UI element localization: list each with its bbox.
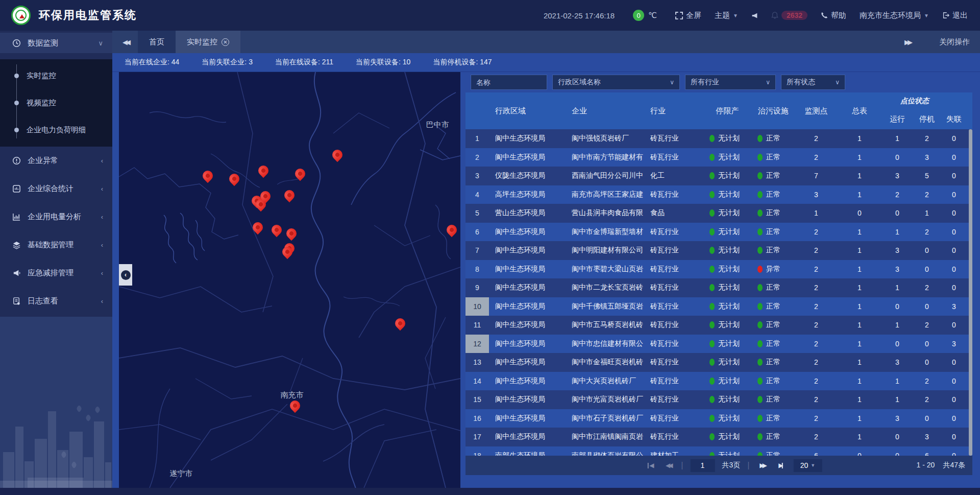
sidebar-item-5[interactable]: 应急减排管理‹ — [0, 259, 112, 287]
chevron-icon: ‹ — [101, 185, 103, 193]
range-label: 1 - 20 — [917, 461, 935, 470]
column-subheader: 运行 — [882, 114, 913, 129]
status-dot — [757, 452, 763, 456]
city-label: 巴中市 — [426, 120, 449, 129]
theme-dropdown[interactable]: 主题▼ — [715, 11, 738, 20]
org-dropdown[interactable]: 南充市生态环境局▼ — [860, 11, 929, 20]
sidebar-item-1[interactable]: 企业异常‹ — [0, 147, 112, 175]
table-row[interactable]: 4高坪生态环境局南充市高坪区王家店建砖瓦行业无计划正常31220 — [465, 185, 972, 204]
table-row[interactable]: 6阆中生态环境局阆中市金博瑞新型墙材砖瓦行业无计划正常21120 — [465, 223, 972, 242]
temperature-unit: ℃ — [648, 11, 657, 20]
map-collapse-button[interactable]: ‹ — [119, 264, 132, 286]
sidebar-item-3[interactable]: 企业用电量分析‹ — [0, 203, 112, 231]
status-item-4: 当前停机设备: 147 — [433, 58, 492, 67]
tab-close-icon[interactable]: ✕ — [222, 38, 229, 46]
table-row[interactable]: 3仪陇生态环境局西南油气田分公司川中化工无计划正常71350 — [465, 167, 972, 185]
phone-icon — [821, 12, 828, 19]
tab-home[interactable]: 首页 — [138, 31, 176, 53]
column-header: 停限产 — [703, 106, 751, 116]
filter-bar: 行政区域名称∨ 所有行业∨ 所有状态∨ — [465, 72, 972, 92]
table-row[interactable]: 7阆中生态环境局阆中明阳建材有限公司砖瓦行业无计划正常21300 — [465, 241, 972, 260]
table-row[interactable]: 14阆中生态环境局阆中大兴页岩机砖厂砖瓦行业无计划正常21120 — [465, 372, 972, 391]
table-row[interactable]: 9阆中生态环境局阆中市二龙长宝页岩砖砖瓦行业无计划正常21120 — [465, 278, 972, 297]
page-size-select[interactable]: 20▼ — [793, 459, 822, 472]
logout-button[interactable]: 退出 — [942, 11, 968, 20]
table-row[interactable]: 8阆中生态环境局阆中市枣碧大梁山页岩砖瓦行业无计划异常21300 — [465, 260, 972, 279]
chevron-icon: ‹ — [101, 269, 103, 277]
sidebar-subitem-1[interactable]: 视频监控 — [0, 89, 112, 116]
status-dot — [709, 172, 715, 179]
status-dot — [757, 321, 763, 328]
page-number-input[interactable] — [690, 459, 715, 472]
first-page-button[interactable]: ◀ — [644, 462, 655, 469]
notifications-button[interactable]: 2632 — [771, 11, 807, 20]
sound-button[interactable] — [751, 12, 758, 19]
status-dot — [757, 378, 763, 385]
bell-icon — [771, 12, 778, 19]
status-dot — [757, 303, 763, 310]
notification-count-badge: 2632 — [781, 11, 807, 20]
table-row[interactable]: 1阆中生态环境局阆中强锐页岩砖厂砖瓦行业无计划正常21120 — [465, 129, 972, 148]
sidebar-item-4[interactable]: 基础数据管理‹ — [0, 231, 112, 259]
table-header: 行政区域企业行业停限产治污设施监测点总表运行停机失联点位状态 — [465, 92, 972, 129]
tab-bar: ◀◀ 首页 实时监控 ✕ ▶▶ 关闭操作 — [112, 31, 980, 53]
sidebar-decoration — [0, 317, 112, 488]
total-count-label: 共47条 — [943, 461, 965, 470]
tabs-scroll-right-button[interactable]: ▶▶ — [904, 38, 918, 46]
next-page-button[interactable]: ▶▶ — [756, 462, 768, 469]
table-row[interactable]: 18南部生态环境局南部县砌体页岩有限公建材加工无计划正常60060 — [465, 446, 972, 456]
sidebar-subitem-0[interactable]: 实时监控 — [0, 62, 112, 89]
app-logo-icon — [11, 6, 31, 25]
app-header: 环保用电监管系统 2021-02-25 17:46:18 0 ℃ 全屏 主题▼ … — [0, 0, 980, 31]
map-roads — [119, 72, 460, 488]
status-dot — [709, 154, 715, 161]
sidebar-subitem-2[interactable]: 企业电力负荷明细 — [0, 116, 112, 144]
status-dot — [709, 266, 715, 273]
tabs-scroll-left-button[interactable]: ◀◀ — [122, 38, 136, 46]
speaker-icon — [751, 12, 758, 19]
total-pages-label: 共3页 — [722, 461, 740, 470]
name-filter-input[interactable] — [476, 78, 542, 86]
sidebar-item-6[interactable]: 日志查看‹ — [0, 287, 112, 315]
tab-realtime-monitor[interactable]: 实时监控 ✕ — [176, 31, 240, 53]
region-filter-select[interactable]: 行政区域名称∨ — [552, 75, 680, 90]
table-row[interactable]: 11阆中生态环境局阆中市五马桥页岩机砖砖瓦行业无计划正常21120 — [465, 316, 972, 335]
sidebar-item-0[interactable]: 数据监测∨ — [0, 33, 112, 53]
status-dot — [709, 359, 715, 366]
table-row[interactable]: 5营山生态环境局营山县润丰肉食品有限食品无计划正常10010 — [465, 204, 972, 223]
last-page-button[interactable]: ▶ — [775, 462, 786, 469]
column-header: 行政区域 — [489, 106, 566, 116]
table-row[interactable]: 15阆中生态环境局阆中市光富页岩机砖厂砖瓦行业无计划正常21120 — [465, 390, 972, 409]
app-title: 环保用电监管系统 — [39, 8, 137, 23]
status-dot — [709, 433, 715, 440]
chevron-down-icon: ∨ — [670, 79, 674, 86]
map[interactable]: ‹ 巴中市南充市遂宁市 — [119, 72, 460, 488]
fullscreen-button[interactable]: 全屏 — [675, 11, 701, 20]
table-row[interactable]: 12阆中生态环境局阆中市忠信建材有限公砖瓦行业无计划正常21003 — [465, 335, 972, 353]
table-row[interactable]: 16阆中生态环境局阆中市石子页岩机砖厂砖瓦行业无计划正常21300 — [465, 409, 972, 428]
industry-filter-select[interactable]: 所有行业∨ — [685, 75, 776, 90]
name-filter-field[interactable] — [471, 75, 547, 90]
bottom-strip — [0, 488, 980, 495]
chevron-icon: ‹ — [101, 157, 103, 164]
sidebar-item-2[interactable]: 企业综合统计‹ — [0, 175, 112, 203]
status-item-0: 当前在线企业: 44 — [125, 58, 179, 67]
chevron-icon: ‹ — [101, 213, 103, 221]
table-row[interactable]: 17阆中生态环境局阆中市江南镇阆南页岩砖瓦行业无计划正常21030 — [465, 428, 972, 446]
table-row[interactable]: 10阆中生态环境局阆中千佛镇五郎垭页岩砖瓦行业无计划正常21003 — [465, 297, 972, 316]
status-dot — [709, 284, 715, 291]
table-row[interactable]: 13阆中生态环境局阆中市金福旺页岩机砖砖瓦行业无计划正常21300 — [465, 353, 972, 372]
column-header: 监测点 — [795, 106, 837, 116]
close-operations-button[interactable]: 关闭操作 — [939, 37, 970, 47]
prev-page-button[interactable]: ◀◀ — [663, 462, 674, 469]
brand: 环保用电监管系统 — [0, 6, 137, 25]
table-row[interactable]: 2阆中生态环境局阆中市南方节能建材有砖瓦行业无计划正常21030 — [465, 148, 972, 167]
table-scrollbar[interactable] — [969, 129, 972, 456]
status-dot — [757, 154, 763, 161]
status-filter-select[interactable]: 所有状态∨ — [781, 75, 845, 90]
status-dot — [757, 415, 763, 422]
help-button[interactable]: 帮助 — [821, 11, 846, 20]
sidebar: 数据监测∨实时监控视频监控企业电力负荷明细企业异常‹企业综合统计‹企业用电量分析… — [0, 31, 112, 488]
status-dot — [709, 452, 715, 456]
city-skyline-graphic — [0, 381, 112, 488]
